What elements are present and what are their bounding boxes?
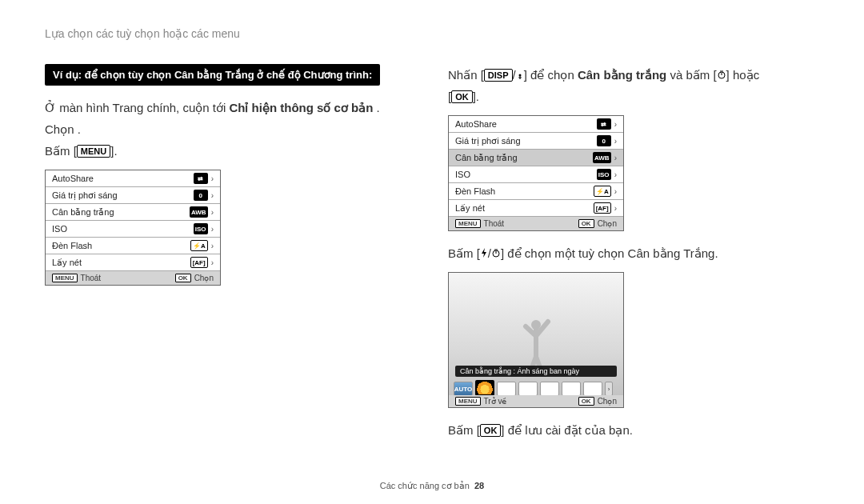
right-column: Nhấn [DISP/] để chọn Cân bằng trắng và b… bbox=[448, 64, 819, 441]
thumb-strip[interactable]: AUTO › bbox=[454, 380, 618, 396]
menu-row[interactable]: Giá trị phơi sáng 0› bbox=[46, 187, 220, 204]
menu-label: AutoShare bbox=[455, 119, 497, 129]
footer-text: Thoát bbox=[81, 274, 102, 282]
awb-icon: AWB bbox=[190, 206, 208, 218]
step-3-text: Nhấn [DISP/] để chọn Cân bằng trắng và b… bbox=[448, 64, 819, 86]
menu-row[interactable]: Giá trị phơi sáng 0› bbox=[449, 133, 623, 150]
chevron-right-icon: › bbox=[211, 258, 214, 267]
text: Bấm [ bbox=[448, 246, 480, 260]
menu-button-glyph: MENU bbox=[455, 397, 481, 406]
wb-thumb[interactable] bbox=[540, 382, 559, 396]
menu-button-glyph: MENU bbox=[455, 219, 481, 228]
menu-row[interactable]: AutoShare ⇄› bbox=[449, 116, 623, 133]
menu-label: Đèn Flash bbox=[455, 186, 495, 196]
chevron-right-icon: › bbox=[211, 208, 214, 217]
text: ]. bbox=[110, 144, 117, 158]
wb-thumb[interactable] bbox=[583, 382, 602, 396]
settings-menu-right: AutoShare ⇄› Giá trị phơi sáng 0› Cân bằ… bbox=[448, 115, 624, 231]
ok-button-glyph: OK bbox=[578, 219, 594, 228]
timer-icon bbox=[717, 64, 726, 86]
step-1b-text: Chọn . bbox=[45, 118, 416, 140]
exposure-icon: 0 bbox=[597, 135, 611, 146]
menu-button-glyph: MENU bbox=[77, 145, 110, 158]
step-1-text: Ở màn hình Trang chính, cuộn tới Chỉ hiệ… bbox=[45, 97, 416, 118]
white-balance-preview: Cân bằng trắng : Ánh sáng ban ngày AUTO … bbox=[448, 272, 624, 408]
footer-text: Chọn bbox=[194, 274, 214, 282]
step-2-text: Bấm [MENU]. bbox=[45, 140, 416, 162]
menu-row[interactable]: Lấy nét [AF]› bbox=[46, 254, 220, 271]
chevron-right-icon: › bbox=[614, 187, 617, 196]
text: và bấm [ bbox=[666, 68, 716, 82]
menu-footer: MENUThoát OKChọn bbox=[449, 217, 623, 230]
flash-icon: ⚡A bbox=[190, 240, 208, 251]
menu-row[interactable]: Cân bằng trắng AWB› bbox=[46, 204, 220, 221]
menu-label: Lấy nét bbox=[52, 258, 82, 268]
chevron-right-icon: › bbox=[211, 191, 214, 200]
menu-label: Cân bằng trắng bbox=[455, 153, 518, 163]
af-icon: [AF] bbox=[594, 202, 611, 214]
disp-button-glyph: DISP bbox=[484, 69, 513, 82]
menu-row[interactable]: Đèn Flash ⚡A› bbox=[46, 238, 220, 254]
chevron-right-icon: › bbox=[211, 174, 214, 183]
step-3b-text: [OK]. bbox=[448, 86, 819, 107]
share-icon: ⇄ bbox=[597, 118, 611, 130]
step-5-text: Bấm [OK] để lưu cài đặt của bạn. bbox=[448, 419, 819, 441]
wb-thumb-daylight[interactable] bbox=[475, 380, 494, 396]
text: . bbox=[377, 101, 380, 114]
menu-label: Giá trị phơi sáng bbox=[52, 190, 118, 201]
wb-thumb-auto[interactable]: AUTO bbox=[454, 382, 473, 396]
flash-icon: ⚡A bbox=[594, 186, 611, 197]
menu-row-selected[interactable]: Cân bằng trắng AWB› bbox=[449, 150, 623, 166]
chevron-right-icon: › bbox=[614, 204, 617, 213]
wb-thumb[interactable] bbox=[497, 382, 516, 396]
scroll-right-icon[interactable]: › bbox=[605, 382, 613, 396]
text-bold: Chỉ hiện thông số cơ bản bbox=[229, 101, 373, 114]
footer-text: Chọn bbox=[598, 397, 617, 406]
text: ] hoặc bbox=[726, 68, 760, 82]
iso-icon: ISO bbox=[597, 169, 611, 180]
footer-label: Các chức năng cơ bản bbox=[380, 481, 470, 490]
page-header: Lựa chọn các tuỳ chọn hoặc các menu bbox=[45, 27, 819, 40]
menu-footer: MENUThoát OKChọn bbox=[46, 271, 220, 285]
example-heading: Ví dụ: để chọn tùy chọn Cân bằng Trắng ở… bbox=[45, 64, 380, 86]
menu-button-glyph: MENU bbox=[52, 274, 78, 282]
preview-caption: Cân bằng trắng : Ánh sáng ban ngày bbox=[455, 366, 617, 377]
menu-row[interactable]: Đèn Flash ⚡A› bbox=[449, 183, 623, 200]
preview-footer: MENUTrở về OKChọn bbox=[449, 395, 623, 407]
menu-label: Lấy nét bbox=[455, 203, 485, 214]
flash-icon bbox=[480, 242, 488, 264]
ok-button-glyph: OK bbox=[175, 274, 191, 282]
text: ]. bbox=[473, 90, 479, 103]
text: ] để lưu cài đặt của bạn. bbox=[501, 423, 633, 437]
chevron-right-icon: › bbox=[614, 170, 617, 179]
chevron-right-icon: › bbox=[614, 154, 617, 162]
menu-row[interactable]: ISO ISO› bbox=[46, 221, 220, 238]
chevron-right-icon: › bbox=[211, 242, 214, 250]
chevron-right-icon: › bbox=[614, 120, 617, 129]
timer-icon bbox=[491, 242, 501, 264]
ok-button-glyph: OK bbox=[451, 90, 473, 103]
menu-row[interactable]: AutoShare ⇄› bbox=[46, 170, 220, 187]
exposure-icon: 0 bbox=[194, 190, 208, 201]
left-column: Ví dụ: để chọn tùy chọn Cân bằng Trắng ở… bbox=[45, 64, 416, 441]
af-icon: [AF] bbox=[190, 257, 208, 268]
wb-thumb[interactable] bbox=[562, 382, 581, 396]
text: Bấm [ bbox=[45, 144, 77, 158]
settings-menu-left: AutoShare ⇄› Giá trị phơi sáng 0› Cân bằ… bbox=[45, 170, 221, 286]
text-bold: Cân bằng trắng bbox=[578, 68, 666, 82]
text: Ở màn hình Trang chính, cuộn tới bbox=[45, 101, 229, 114]
iso-icon: ISO bbox=[194, 223, 208, 234]
footer-text: Trở về bbox=[484, 397, 507, 406]
menu-label: Giá trị phơi sáng bbox=[455, 136, 521, 146]
menu-label: AutoShare bbox=[52, 174, 94, 183]
menu-label: ISO bbox=[52, 224, 67, 234]
wb-thumb[interactable] bbox=[518, 382, 538, 396]
menu-label: Cân bằng trắng bbox=[52, 207, 114, 218]
menu-row[interactable]: ISO ISO› bbox=[449, 166, 623, 183]
ok-button-glyph: OK bbox=[578, 397, 594, 406]
menu-row[interactable]: Lấy nét [AF]› bbox=[449, 200, 623, 217]
share-icon: ⇄ bbox=[194, 173, 208, 184]
menu-label: Đèn Flash bbox=[52, 241, 92, 250]
chevron-right-icon: › bbox=[614, 137, 617, 146]
text: Bấm [ bbox=[448, 423, 480, 437]
